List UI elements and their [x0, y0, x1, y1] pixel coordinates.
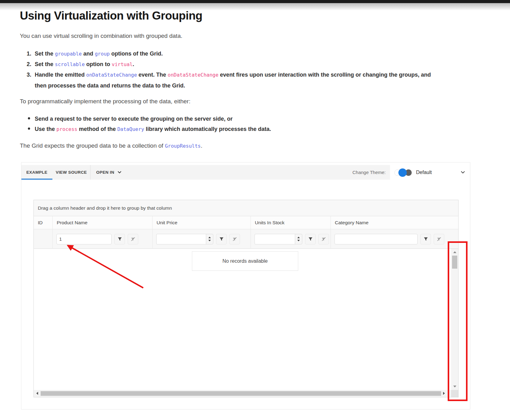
filter-button[interactable]	[305, 234, 316, 244]
group-hint-text: Drag a column header and drop it here to…	[38, 205, 172, 211]
code-ondatastatechange: onDataStateChange	[168, 72, 219, 78]
scroll-left-icon[interactable]	[36, 392, 38, 395]
unit-price-filter-input[interactable]	[156, 234, 206, 244]
funnel-slash-icon	[321, 237, 326, 242]
numeric-spinner[interactable]	[206, 234, 213, 244]
column-header-units-in-stock[interactable]: Units In Stock	[251, 216, 330, 229]
numeric-filter	[156, 234, 213, 244]
bullet-text: method of the	[77, 126, 117, 132]
column-header-unit-price[interactable]: Unit Price	[152, 216, 251, 229]
list-number: 2.	[27, 59, 31, 69]
browser-top-edge	[0, 0, 510, 3]
filter-cell-category-name	[330, 229, 451, 249]
list-number: 3.	[27, 69, 31, 80]
column-header-product-name[interactable]: Product Name	[52, 216, 152, 229]
example-tabbar: EXAMPLE VIEW SOURCE OPEN IN Change Theme…	[21, 165, 470, 180]
column-label: Product Name	[57, 220, 87, 226]
funnel-icon	[219, 237, 224, 241]
vertical-scrollbar[interactable]	[451, 249, 458, 390]
bullet-text: library which automatically processes th…	[144, 126, 271, 132]
chevron-down-icon	[461, 171, 465, 174]
step-text: and	[82, 51, 95, 57]
category-name-filter-input[interactable]	[335, 234, 418, 244]
step-text: options of the Grid.	[110, 51, 163, 57]
vertical-scrollbar-thumb[interactable]	[452, 256, 457, 269]
column-label: ID	[38, 220, 43, 226]
bullet-text: Send a request to the server to execute …	[35, 116, 233, 122]
tab-example[interactable]: EXAMPLE	[21, 165, 52, 180]
bullet-item-1: Send a request to the server to execute …	[35, 114, 442, 124]
tab-label: VIEW SOURCE	[56, 170, 87, 175]
clear-filter-button[interactable]	[434, 234, 444, 244]
intro-paragraph: You can use virtual scrolling in combina…	[20, 31, 182, 41]
expects-text: .	[201, 142, 202, 149]
clear-filter-button[interactable]	[128, 234, 138, 244]
column-label: Category Name	[335, 220, 369, 226]
bullet-item-2: Use the process method of the DataQuery …	[35, 124, 442, 135]
clear-filter-button[interactable]	[318, 234, 329, 244]
filter-cell-id	[34, 229, 52, 249]
grid-header-row: ID Product Name Unit Price Units In Stoc…	[34, 216, 458, 229]
code-link-dataquery[interactable]: DataQuery	[117, 126, 144, 132]
tab-view-source[interactable]: VIEW SOURCE	[52, 165, 90, 180]
code-link-groupresults[interactable]: GroupResults	[165, 143, 201, 149]
theme-toggle[interactable]	[394, 168, 412, 176]
filter-cell-unit-price	[152, 229, 251, 249]
code-link-scrollable[interactable]: scrollable	[55, 61, 85, 67]
either-paragraph: To programmatically implement the proces…	[20, 97, 190, 106]
scroll-up-icon[interactable]	[453, 251, 456, 253]
clear-filter-button[interactable]	[229, 234, 240, 244]
code-virtual: virtual	[112, 61, 132, 67]
bullet-dot	[28, 117, 30, 119]
ordered-list-item-2: 2. Set the scrollable option to virtual.	[35, 59, 442, 70]
spinner-down-icon	[297, 240, 300, 241]
filter-button[interactable]	[420, 234, 431, 244]
step-text: Set the	[35, 61, 55, 67]
group-drop-area[interactable]: Drag a column header and drop it here to…	[34, 200, 458, 216]
code-link-group[interactable]: group	[95, 51, 110, 57]
example-panel: EXAMPLE VIEW SOURCE OPEN IN Change Theme…	[21, 162, 470, 409]
no-records-box: No records available	[192, 251, 298, 271]
filter-button[interactable]	[216, 234, 227, 244]
horizontal-scrollbar-thumb[interactable]	[41, 391, 441, 396]
units-in-stock-filter-input[interactable]	[255, 234, 295, 244]
spinner-up-icon	[297, 237, 300, 238]
filter-button[interactable]	[114, 234, 125, 244]
code-link-groupable[interactable]: groupable	[55, 51, 82, 57]
theme-active-dot	[398, 168, 407, 177]
theme-selected-value: Default	[416, 170, 432, 175]
scroll-right-icon[interactable]	[443, 392, 445, 395]
tab-label: OPEN IN	[96, 170, 114, 175]
filter-cell-units-in-stock	[251, 229, 330, 249]
tab-open-in[interactable]: OPEN IN	[91, 165, 127, 180]
horizontal-scrollbar[interactable]	[34, 390, 451, 397]
either-text: To programmatically implement the proces…	[20, 98, 190, 105]
code-process: process	[56, 126, 77, 132]
step-text: Handle the emitted	[35, 72, 86, 78]
funnel-slash-icon	[437, 237, 441, 242]
column-header-id[interactable]: ID	[34, 216, 52, 229]
spinner-down-icon	[208, 240, 211, 241]
ordered-list-item-1: 1. Set the groupable and group options o…	[35, 48, 442, 59]
product-name-filter-input[interactable]	[56, 234, 112, 244]
chevron-down-icon	[118, 171, 122, 174]
filter-cell-product-name	[52, 229, 152, 249]
column-header-category-name[interactable]: Category Name	[330, 216, 451, 229]
funnel-icon	[308, 237, 313, 241]
data-grid: Drag a column header and drop it here to…	[33, 200, 459, 397]
list-number: 1.	[27, 48, 31, 59]
step-text: .	[133, 61, 134, 67]
expects-paragraph: The Grid expects the grouped data to be …	[20, 141, 202, 151]
step-text: option to	[85, 61, 112, 67]
code-link-ondatastatechange[interactable]: onDataStateChange	[86, 72, 137, 78]
intro-text: You can use virtual scrolling in combina…	[20, 33, 182, 39]
no-records-text: No records available	[223, 258, 268, 264]
ordered-list-item-3: 3. Handle the emitted onDataStateChange …	[35, 69, 442, 91]
theme-select[interactable]: Default	[390, 165, 470, 180]
scroll-down-icon[interactable]	[453, 386, 456, 387]
scrollbar-corner	[451, 390, 458, 397]
numeric-spinner[interactable]	[295, 234, 302, 244]
page-title: Using Virtualization with Grouping	[20, 9, 202, 22]
bullet-text: Use the	[35, 126, 56, 132]
bullet-dot	[28, 127, 30, 130]
